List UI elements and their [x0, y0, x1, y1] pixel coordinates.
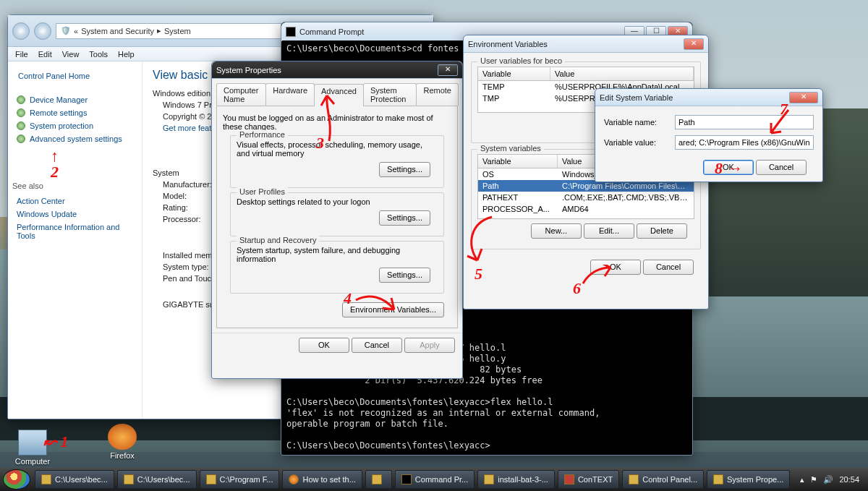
see-also-heading: See also [12, 182, 137, 190]
taskbar-button[interactable] [365, 470, 392, 489]
menu-tools[interactable]: Tools [89, 50, 108, 59]
window-title: System Properties [216, 66, 438, 74]
ok-button[interactable]: OK [299, 338, 349, 353]
tab-remote[interactable]: Remote [416, 83, 459, 106]
breadcrumb-item[interactable]: System and Security [81, 27, 154, 35]
taskbar-app-icon [484, 474, 494, 484]
tab-system-protection[interactable]: System Protection [363, 83, 417, 106]
tab-bar: Computer Name Hardware Advanced System P… [212, 79, 462, 106]
desktop-icon-label: Firefox [100, 451, 145, 460]
group-legend: User Profiles [237, 187, 288, 196]
ok-button[interactable]: OK [590, 260, 641, 275]
sidebar-home-link[interactable]: Control Panel Home [18, 72, 132, 80]
taskbar: C:\Users\bec...C:\Users\bec...C:\Program… [0, 468, 868, 491]
table-row[interactable]: PATHEXT.COM;.EXE;.BAT;.CMD;.VBS;.VBE;.JS… [478, 192, 694, 203]
group-legend: System variables [477, 144, 544, 153]
sidebar-item-system-protection[interactable]: System protection [12, 119, 137, 132]
tab-hardware[interactable]: Hardware [265, 83, 315, 106]
shield-icon [17, 121, 25, 130]
taskbar-app-icon [713, 474, 723, 484]
startup-settings-button[interactable]: Settings... [379, 268, 430, 283]
close-button[interactable]: ✕ [789, 92, 818, 103]
taskbar-button[interactable]: ConTEXT [558, 470, 619, 489]
desktop-icon-label: Computer [10, 457, 55, 466]
list-header: Variable Value [477, 67, 694, 81]
taskbar-button[interactable]: C:\Program F... [200, 470, 280, 489]
cancel-button[interactable]: Cancel [643, 260, 694, 275]
group-text: Visual effects, processor scheduling, me… [237, 140, 438, 158]
system-properties-window: System Properties ✕ Computer Name Hardwa… [211, 61, 463, 379]
menu-view[interactable]: View [62, 50, 80, 59]
taskbar-app-icon [206, 474, 216, 484]
menu-edit[interactable]: Edit [38, 50, 52, 59]
sidebar-item-remote-settings[interactable]: Remote settings [12, 106, 137, 119]
cancel-button[interactable]: Cancel [352, 338, 402, 353]
system-tray[interactable]: ▴ ⚑ 🔊 20:54 [794, 475, 865, 484]
start-button[interactable] [3, 469, 30, 490]
sidebar: Control Panel Home Device Manager Remote… [8, 61, 142, 419]
ok-button[interactable]: OK [703, 160, 754, 175]
group-legend: Performance [237, 130, 288, 139]
shield-icon [17, 135, 25, 143]
desktop-icon-firefox[interactable]: Firefox [100, 424, 145, 460]
edit-system-variable-dialog: Edit System Variable ✕ Variable name: Va… [595, 88, 823, 182]
menu-help[interactable]: Help [118, 50, 135, 59]
taskbar-clock[interactable]: 20:54 [839, 475, 859, 484]
taskbar-button[interactable]: C:\Users\bec... [35, 470, 114, 489]
window-title: Environment Variables [468, 40, 684, 48]
see-also-windows-update[interactable]: Windows Update [12, 208, 137, 221]
nav-back-button[interactable] [12, 22, 30, 40]
tray-volume-icon[interactable]: 🔊 [823, 475, 833, 484]
shield-icon [17, 95, 25, 104]
taskbar-app-icon [289, 474, 299, 484]
window-title: Edit System Variable [600, 93, 789, 102]
variable-name-label: Variable name: [604, 118, 669, 127]
menu-file[interactable]: File [15, 50, 28, 59]
taskbar-app-icon [124, 474, 134, 484]
see-also-performance-info[interactable]: Performance Information and Tools [12, 221, 137, 242]
sys-delete-button[interactable]: Delete [637, 223, 687, 239]
cancel-button[interactable]: Cancel [756, 160, 807, 175]
table-row[interactable]: PROCESSOR_A...AMD64 [478, 203, 694, 215]
tab-advanced[interactable]: Advanced [314, 84, 364, 106]
variable-value-input[interactable] [675, 135, 814, 150]
sys-new-button[interactable]: New... [531, 223, 582, 239]
breadcrumb-item[interactable]: System [164, 27, 191, 35]
close-button[interactable]: ✕ [438, 64, 458, 76]
sidebar-item-device-manager[interactable]: Device Manager [12, 93, 137, 106]
col-value[interactable]: Value [550, 67, 694, 80]
environment-variables-button[interactable]: Environment Variables... [342, 302, 444, 317]
performance-group: Performance Visual effects, processor sc… [230, 135, 444, 188]
sidebar-item-advanced-system-settings[interactable]: Advanced system settings [12, 132, 137, 145]
variable-name-input[interactable] [675, 115, 814, 129]
admin-hint: You must be logged on as an Administrato… [223, 114, 451, 131]
col-variable[interactable]: Variable [478, 67, 550, 80]
sys-edit-button[interactable]: Edit... [584, 223, 634, 239]
startup-recovery-group: Startup and Recovery System startup, sys… [230, 241, 444, 294]
tray-chevron-icon[interactable]: ▴ [800, 475, 804, 484]
group-text: System startup, system failure, and debu… [237, 246, 438, 263]
taskbar-button[interactable]: System Prope... [707, 470, 790, 489]
taskbar-button[interactable]: How to set th... [282, 470, 362, 489]
shield-icon [17, 108, 25, 117]
profiles-settings-button[interactable]: Settings... [379, 210, 430, 226]
nav-forward-button[interactable] [34, 22, 51, 40]
variable-value-label: Variable value: [604, 138, 669, 147]
computer-icon [18, 430, 47, 456]
col-variable[interactable]: Variable [478, 155, 558, 168]
taskbar-button[interactable]: Command Pr... [395, 470, 475, 489]
tab-computer-name[interactable]: Computer Name [216, 83, 266, 106]
taskbar-button[interactable]: Control Panel... [622, 470, 704, 489]
tray-flag-icon[interactable]: ⚑ [810, 475, 817, 484]
shield-icon: 🛡️ [61, 26, 71, 35]
performance-settings-button[interactable]: Settings... [379, 162, 430, 177]
taskbar-button[interactable]: install-bat-3-... [477, 470, 555, 489]
group-legend: User variables for beco [477, 56, 565, 65]
taskbar-button[interactable]: C:\Users\bec... [117, 470, 197, 489]
apply-button[interactable]: Apply [404, 338, 455, 353]
group-legend: Startup and Recovery [237, 236, 319, 244]
see-also-action-center[interactable]: Action Center [12, 195, 137, 208]
close-button[interactable]: ✕ [684, 38, 704, 50]
cmd-icon [286, 27, 296, 37]
desktop-icon-computer[interactable]: Computer [10, 430, 55, 466]
